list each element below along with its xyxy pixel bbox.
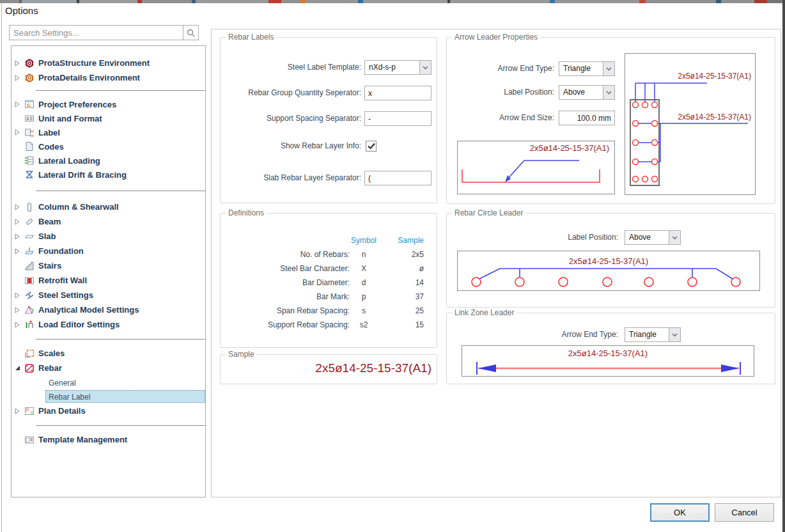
sidebar-item-stairs[interactable]: Stairs	[12, 258, 205, 273]
beam-icon	[24, 217, 38, 227]
sidebar-item-template-management[interactable]: Template Management	[12, 432, 205, 447]
sidebar-item-label[interactable]: xxxx Label	[12, 125, 205, 139]
template-management-icon	[24, 435, 38, 445]
link-zone-arrow-end-type-select[interactable]: Triangle	[625, 327, 681, 342]
steel-settings-icon	[24, 290, 38, 301]
tree-separator	[12, 418, 205, 432]
expand-arrow-icon[interactable]	[15, 129, 24, 136]
support-spacing-separator-label: Support Spacing Separator:	[226, 111, 361, 126]
expand-arrow-icon[interactable]	[15, 292, 24, 299]
collapse-arrow-icon[interactable]	[15, 365, 24, 371]
table-row: Span Rebar Spacing: s 25	[227, 304, 424, 318]
tree-separator	[12, 182, 205, 199]
sidebar-item-unit-and-format[interactable]: #.0 Unit and Format	[12, 111, 205, 125]
sidebar-item-rebar-label[interactable]: Rebar Label	[12, 389, 205, 403]
rebar-circle-leader-group: Rebar Circle Leader Label Position: Abov…	[446, 213, 775, 308]
label-position-select[interactable]: Above	[559, 85, 615, 100]
circle-label-position-select[interactable]: Above	[625, 230, 681, 245]
expand-arrow-icon[interactable]	[15, 219, 24, 225]
sidebar-item-project-preferences[interactable]: Project Preferences	[12, 97, 205, 111]
table-row: Steel Bar Character: X ø	[227, 262, 424, 276]
sidebar-item-foundation[interactable]: Foundation	[12, 244, 205, 258]
sidebar-item-codes[interactable]: Codes	[12, 139, 205, 153]
cancel-button[interactable]: Cancel	[715, 503, 774, 522]
sidebar-item-column-shearwall[interactable]: Column & Shearwall	[12, 199, 205, 214]
checkmark-icon	[368, 143, 375, 150]
tree-separator	[12, 85, 205, 97]
circle-label-position-label: Label Position:	[452, 230, 618, 245]
chevron-down-icon[interactable]	[669, 231, 680, 244]
expand-arrow-icon[interactable]	[15, 248, 24, 254]
arrow-end-size-input[interactable]	[559, 111, 615, 125]
plan-details-icon	[24, 406, 38, 416]
sidebar-item-steel-settings[interactable]: Steel Settings	[12, 288, 205, 302]
sidebar-item-load-editor-settings[interactable]: Load Editor Settings	[12, 317, 205, 332]
stairs-icon	[24, 261, 38, 271]
definitions-group: Definitions Symbol Sample No. of Rebars:…	[220, 213, 437, 348]
expand-arrow-icon[interactable]	[15, 408, 24, 414]
chevron-down-icon[interactable]	[419, 61, 431, 74]
sidebar-item-plan-details[interactable]: Plan Details	[12, 403, 205, 418]
chevron-down-icon[interactable]	[603, 62, 614, 75]
sample-group: Sample 2x5ø14-25-15-37(A1)	[220, 354, 437, 384]
circle-leader-diagram: 2x5ø14-25-15-37(A1)	[457, 251, 760, 291]
expand-arrow-icon[interactable]	[15, 307, 24, 313]
search-button[interactable]	[183, 26, 198, 40]
expand-arrow-icon[interactable]	[15, 233, 24, 240]
background-app-sliver-right	[782, 0, 785, 532]
arrow-end-type-select[interactable]: Triangle	[559, 61, 615, 76]
slab-rebar-layer-separator-label: Slab Rebar Layer Separator:	[226, 171, 361, 185]
link-zone-arrow-end-type-label: Arrow End Type:	[452, 327, 618, 342]
quantity-separator-input[interactable]	[364, 86, 431, 100]
lateral-loading-icon	[24, 155, 38, 166]
search-icon	[187, 29, 195, 37]
scales-icon	[24, 348, 38, 359]
settings-tree: ProtaStructure Environment ProtaDetails …	[11, 45, 206, 497]
sidebar-item-slab[interactable]: Slab	[12, 229, 205, 244]
svg-text:xx: xx	[30, 129, 34, 133]
analytical-model-settings-icon	[24, 305, 38, 315]
protadetails-icon	[24, 73, 38, 83]
expand-arrow-icon[interactable]	[15, 204, 24, 210]
load-editor-settings-icon	[24, 320, 38, 330]
show-rebar-layer-info-label: Show Rebar Layer Info:	[226, 139, 361, 153]
sidebar-item-rebar[interactable]: Rebar	[12, 361, 205, 375]
codes-icon	[24, 141, 38, 152]
selected-tree-item[interactable]: Rebar Label	[45, 390, 205, 403]
search-input[interactable]	[10, 26, 183, 40]
table-row: Bar Mark: p 37	[227, 290, 424, 304]
sidebar-item-scales[interactable]: Scales	[12, 346, 205, 361]
slab-icon	[24, 231, 38, 242]
chevron-down-icon[interactable]	[669, 328, 680, 341]
rebar-icon	[24, 363, 38, 373]
sidebar-item-rebar-general[interactable]: General	[12, 375, 205, 389]
chevron-down-icon[interactable]	[603, 86, 614, 99]
protastructure-icon	[24, 58, 38, 68]
sidebar-item-lateral-drift-bracing[interactable]: Lateral Drift & Bracing	[12, 168, 205, 182]
svg-text:#.0: #.0	[26, 116, 32, 121]
svg-text:xx: xx	[30, 134, 34, 137]
sidebar-item-analytical-model-settings[interactable]: Analytical Model Settings	[12, 302, 205, 317]
steel-label-template-select[interactable]: nXd-s-p	[364, 60, 431, 75]
sidebar-item-beam[interactable]: Beam	[12, 214, 205, 229]
background-app-sliver-top	[0, 0, 785, 3]
sidebar-item-retrofit-wall[interactable]: Retrofit Wall	[12, 273, 205, 288]
slab-rebar-layer-separator-input[interactable]	[364, 171, 431, 185]
expand-arrow-icon[interactable]	[15, 322, 24, 328]
dialog-left-border	[1, 3, 2, 532]
tree-separator	[12, 332, 205, 346]
expand-arrow-icon[interactable]	[15, 75, 24, 81]
column-shearwall-icon	[24, 202, 38, 212]
sidebar-item-protadetails-environment[interactable]: ProtaDetails Environment	[12, 70, 205, 85]
support-spacing-separator-input[interactable]	[364, 111, 431, 126]
table-row: No. of Rebars: n 2x5	[227, 247, 424, 262]
lateral-drift-bracing-icon	[24, 169, 38, 180]
expand-arrow-icon[interactable]	[15, 60, 24, 66]
expand-arrow-icon[interactable]	[15, 101, 24, 107]
settings-content-panel: Rebar Labels Steel Label Template: nXd-s…	[211, 29, 781, 497]
sidebar-item-protastructure-environment[interactable]: ProtaStructure Environment	[12, 56, 205, 70]
sidebar-item-lateral-loading[interactable]: Lateral Loading	[12, 153, 205, 168]
show-rebar-layer-info-checkbox[interactable]	[366, 141, 377, 152]
arrow-end-type-label: Arrow End Type:	[452, 61, 554, 76]
ok-button[interactable]: OK	[650, 503, 710, 522]
